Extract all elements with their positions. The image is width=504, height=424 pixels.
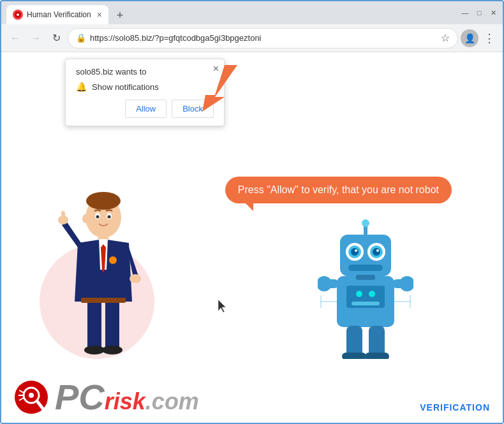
speech-bubble: Press "Allow" to verify, that you are no… xyxy=(225,177,452,203)
toolbar: ← → ↻ 🔒 https://solo85.biz/?p=gfqtcodbga… xyxy=(1,24,503,52)
svg-point-15 xyxy=(130,274,141,283)
svg-point-9 xyxy=(108,216,111,219)
svg-point-21 xyxy=(109,256,117,264)
tab-area: Human Verification × + xyxy=(6,1,456,24)
active-tab[interactable]: Human Verification × xyxy=(6,5,108,24)
speech-text: Press "Allow" to verify, that you are no… xyxy=(238,184,439,195)
svg-rect-46 xyxy=(342,353,366,359)
man-character xyxy=(52,187,154,353)
svg-point-43 xyxy=(399,276,413,291)
tab-title: Human Verification xyxy=(27,10,93,19)
close-button[interactable]: ✕ xyxy=(489,8,498,17)
svg-rect-17 xyxy=(105,300,119,351)
forward-button[interactable]: → xyxy=(27,29,45,47)
tab-favicon xyxy=(13,10,23,20)
refresh-button[interactable]: ↻ xyxy=(47,29,65,47)
risk-label: risk xyxy=(105,390,145,413)
svg-rect-16 xyxy=(87,300,101,351)
svg-point-33 xyxy=(373,248,380,256)
browser-frame: Human Verification × + — □ ✕ ← → ↻ 🔒 htt… xyxy=(0,0,504,424)
svg-point-18 xyxy=(84,346,105,355)
svg-rect-39 xyxy=(356,275,375,280)
maximize-button[interactable]: □ xyxy=(475,8,484,17)
svg-rect-26 xyxy=(352,302,380,305)
dotcom-label: .com xyxy=(145,390,199,413)
url-text: https://solo85.biz/?p=gfqtcodbga5gi3bpge… xyxy=(90,33,437,43)
robot-character xyxy=(318,219,420,359)
pcrisk-logo-area: PC risk .com xyxy=(14,379,199,415)
svg-point-10 xyxy=(82,214,89,223)
page-content: × solo85.biz wants to 🔔 Show notificatio… xyxy=(1,52,503,423)
mouse-cursor xyxy=(218,300,226,311)
svg-point-42 xyxy=(318,276,332,291)
allow-button[interactable]: Allow xyxy=(125,99,167,118)
svg-point-35 xyxy=(376,249,379,252)
bookmark-icon[interactable]: ☆ xyxy=(441,32,450,44)
svg-rect-36 xyxy=(348,265,383,271)
new-tab-button[interactable]: + xyxy=(111,6,129,24)
svg-marker-3 xyxy=(202,65,237,112)
pcrisk-logo-icon xyxy=(14,380,48,414)
verification-label: VERIFICATION xyxy=(420,402,490,413)
svg-point-1 xyxy=(17,13,19,16)
svg-rect-20 xyxy=(81,298,126,303)
svg-point-25 xyxy=(369,291,375,297)
profile-icon: 👤 xyxy=(464,33,475,43)
svg-point-34 xyxy=(355,249,357,252)
lock-icon: 🔒 xyxy=(76,33,86,43)
profile-button[interactable]: 👤 xyxy=(461,29,478,47)
pc-label: PC xyxy=(55,379,105,415)
pcrisk-text: PC risk .com xyxy=(55,379,199,415)
svg-rect-14 xyxy=(61,211,65,221)
back-button[interactable]: ← xyxy=(6,29,24,47)
tab-close-button[interactable]: × xyxy=(97,10,102,20)
svg-point-38 xyxy=(362,219,369,227)
svg-point-24 xyxy=(356,291,362,297)
address-bar[interactable]: 🔒 https://solo85.biz/?p=gfqtcodbga5gi3bp… xyxy=(68,28,458,48)
minimize-button[interactable]: — xyxy=(461,8,470,17)
svg-point-8 xyxy=(96,216,100,219)
window-controls: — □ ✕ xyxy=(456,8,498,17)
svg-point-5 xyxy=(86,192,121,210)
svg-point-19 xyxy=(102,346,122,355)
svg-point-54 xyxy=(29,393,34,398)
svg-rect-47 xyxy=(365,353,389,359)
popup-notification-text: Show notifications xyxy=(92,82,159,92)
bell-icon: 🔔 xyxy=(76,82,87,92)
svg-point-32 xyxy=(351,248,359,256)
menu-button[interactable]: ⋮ xyxy=(481,29,498,48)
title-bar: Human Verification × + — □ ✕ xyxy=(1,1,503,24)
